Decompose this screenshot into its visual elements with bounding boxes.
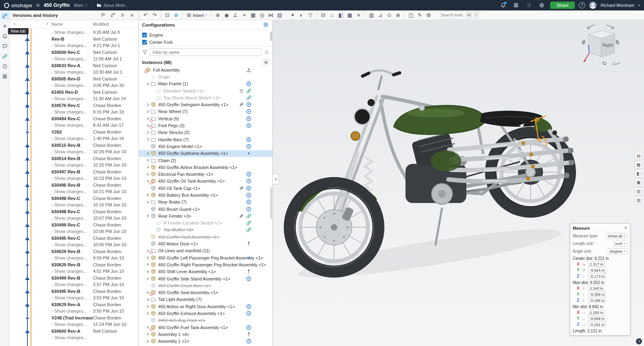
version-entry[interactable]: 630499 Rev-BChase Borden› Show changes..… [10, 275, 138, 288]
version-entry[interactable]: 630499 Rev-CChase Borden› Show changes..… [10, 222, 138, 235]
onshape-logo[interactable]: onshape [4, 2, 32, 8]
wrench-icon[interactable] [239, 185, 244, 191]
interference-icon[interactable]: ⊗ [394, 11, 402, 19]
instance-row[interactable]: 450 Gryffin Exhaust Assembly <1> [139, 310, 272, 317]
info-icon[interactable] [246, 185, 252, 191]
viewport-help-icon[interactable]: ? [636, 338, 642, 344]
notifications-bell-icon[interactable] [499, 1, 508, 9]
dot-icon[interactable] [246, 150, 252, 156]
learning-center-icon[interactable] [524, 1, 533, 9]
column-header-name[interactable]: Name [52, 22, 93, 27]
instance-row[interactable]: 450 Gryffin Airbox Bracket Assembly <1> [139, 164, 272, 171]
comments-icon[interactable] [1, 42, 9, 50]
named-positions-icon[interactable]: ▽ [306, 11, 314, 19]
expand-chevron-icon[interactable] [145, 339, 151, 344]
help-icon[interactable]: ? [579, 2, 585, 8]
info-icon[interactable] [246, 206, 252, 212]
show-changes-link[interactable]: › Show changes... [52, 69, 93, 75]
info-icon[interactable] [246, 109, 252, 114]
version-entry[interactable]: 630500 Rev-CNeil Carlson› Show changes..… [10, 49, 138, 62]
column-header-modified[interactable]: Modified [93, 22, 109, 27]
expand-chevron-icon[interactable] [145, 255, 151, 260]
instance-row[interactable]: Full Assembly [139, 66, 272, 73]
properties-icon[interactable]: ≡ [354, 11, 363, 19]
expand-chevron-icon[interactable] [145, 109, 151, 114]
info-icon[interactable] [246, 137, 252, 142]
expand-chevron-icon[interactable] [145, 158, 151, 163]
graphics-viewport[interactable]: ≣ Right [273, 20, 644, 346]
right-panel-toggle-1-icon[interactable]: ▤ [635, 152, 642, 160]
appearance-icon[interactable]: ◧ [336, 11, 345, 19]
version-entry[interactable]: 630629 Rev-BChase Borden› Show changes..… [10, 262, 138, 275]
instance-row[interactable]: Handle Bars (7) [139, 136, 272, 143]
close-panel-icon[interactable] [128, 12, 136, 19]
show-changes-link[interactable]: › Show changes... [52, 334, 93, 341]
instance-row[interactable]: Tail Light Assembly (7) [139, 296, 272, 303]
version-entry[interactable]: 630600 Rev-ANeil Carlson› Show changes..… [10, 328, 138, 341]
instance-row[interactable]: 450 Airbox Door <1> [139, 240, 272, 247]
measure-field-select[interactable]: Degree▾ [608, 248, 627, 254]
instance-row[interactable]: 450 Gryffin Crash Bars <1> [139, 282, 272, 289]
instance-row[interactable]: Rear Wheel (7) [139, 108, 272, 115]
show-changes-link[interactable]: › Show changes... [52, 228, 93, 235]
info-icon[interactable] [246, 178, 252, 184]
show-changes-link[interactable]: › Show changes... [52, 42, 93, 49]
info-icon[interactable] [246, 102, 252, 107]
explode-icon[interactable]: ✶ [288, 11, 297, 19]
instance-row[interactable]: 450 Gryffin Fuel Tank Assembly <1> [139, 324, 272, 331]
language-globe-icon[interactable] [537, 1, 546, 9]
instance-row[interactable]: B450 Ads Bag Rack <1> [139, 317, 272, 324]
link-icon[interactable] [246, 88, 252, 94]
share-link-icon[interactable] [1, 52, 9, 60]
show-changes-link[interactable]: › Show changes... [52, 56, 93, 62]
sync-icon[interactable]: ⊚ [172, 11, 180, 19]
show-changes-link[interactable]: › Show changes... [52, 321, 93, 327]
compare-icon[interactable] [119, 12, 126, 19]
version-entry[interactable]: 630496 Rev-BChase Borden› Show changes..… [10, 182, 138, 195]
show-changes-link[interactable]: › Show changes... [52, 29, 93, 35]
instance-row[interactable]: 450 Oil Tank Cap <1> [139, 185, 272, 192]
expand-chevron-icon[interactable] [145, 200, 151, 205]
mirror-icon[interactable]: ⋈ [266, 11, 275, 19]
apps-grid-icon[interactable] [512, 1, 520, 9]
pin-icon[interactable] [246, 241, 252, 247]
info-icon[interactable] [246, 311, 252, 316]
show-changes-link[interactable]: › Show changes... [52, 135, 93, 142]
instance-row[interactable]: R Fender Location Sketch <1> [139, 220, 272, 227]
right-panel-toggle-2-icon[interactable]: ▦ [635, 161, 642, 169]
show-changes-link[interactable]: › Show changes... [52, 188, 93, 195]
version-entry[interactable]: 630494 Rev-CChase Borden› Show changes..… [10, 115, 138, 129]
config-option-row[interactable]: Engine [142, 31, 269, 39]
instance-row[interactable]: Vertical (5) [139, 115, 272, 122]
expand-chevron-icon[interactable] [145, 269, 151, 274]
menu-icon[interactable] [239, 88, 244, 94]
materials-icon[interactable]: ▩ [345, 11, 354, 19]
version-entry[interactable]: V248 (Trail Increase i...Chase Borden› S… [10, 315, 138, 328]
versions-history-icon[interactable] [1, 12, 9, 20]
sheet-metal-icon[interactable]: ⊟ [319, 11, 327, 19]
create-version-icon[interactable] [99, 12, 107, 19]
version-entry[interactable]: 630629 Rev-BChase Borden› Show changes..… [10, 248, 138, 262]
download-icon[interactable] [246, 67, 252, 73]
expand-chevron-icon[interactable] [145, 311, 151, 316]
info-icon[interactable] [246, 338, 252, 344]
show-changes-link[interactable]: › Show changes... [52, 295, 93, 301]
instance-row[interactable]: 450 Gryffin Side Stand Assembly <1> [139, 275, 272, 282]
undo-icon[interactable]: ↶ [141, 11, 150, 19]
search-tools-input[interactable] [440, 13, 464, 17]
instance-row[interactable]: Main Frame (1) [139, 80, 272, 87]
show-changes-link[interactable]: › Show changes... [52, 109, 93, 115]
create-branch-icon[interactable] [109, 12, 116, 19]
paste-icon[interactable]: ⊡ [163, 11, 171, 19]
show-changes-link[interactable]: › Show changes... [52, 202, 93, 208]
expand-chevron-icon[interactable] [145, 332, 151, 337]
version-entry[interactable]: 630629 Rev-AChase Borden› Show changes..… [10, 301, 138, 315]
instance-row[interactable]: 450 Airbox w/ Right Door Assembly <1> [139, 303, 272, 310]
info-icon[interactable] [246, 192, 252, 198]
link-icon[interactable] [246, 220, 252, 226]
collapse-graph-icon[interactable] [12, 21, 17, 27]
version-entry[interactable]: 630498 Rev-CChase Borden› Show changes..… [10, 195, 138, 208]
expand-chevron-icon[interactable] [145, 165, 151, 170]
right-panel-toggle-5-icon[interactable]: ▥ [635, 187, 642, 195]
instances-popout-icon[interactable] [263, 59, 269, 66]
